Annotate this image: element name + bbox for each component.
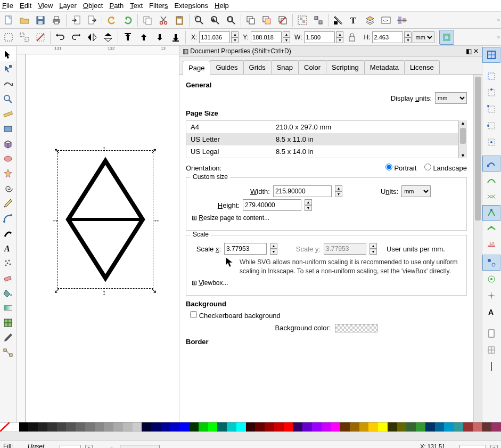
cut-icon[interactable]: [156, 13, 171, 28]
mesh-tool-icon[interactable]: [0, 315, 16, 330]
h-spinner[interactable]: ▲▼: [404, 31, 412, 43]
snap-smooth-icon[interactable]: [482, 222, 500, 238]
page-size-list[interactable]: A4210.0 x 297.0 mm US Letter8.5 x 11.0 i…: [186, 120, 458, 158]
color-swatch[interactable]: [38, 422, 47, 431]
color-swatch[interactable]: [142, 422, 151, 431]
snap-other-icon[interactable]: [482, 255, 500, 271]
color-swatch[interactable]: [406, 422, 416, 431]
xml-editor-icon[interactable]: <>: [379, 13, 393, 28]
spiral-tool-icon[interactable]: [0, 181, 16, 196]
snap-guide-icon[interactable]: [482, 359, 500, 374]
rotate-cw-icon[interactable]: [69, 30, 84, 45]
snap-grid-icon[interactable]: [482, 342, 500, 358]
unit-select[interactable]: mm: [413, 31, 434, 43]
eraser-tool-icon[interactable]: [0, 271, 16, 285]
color-swatch[interactable]: [444, 422, 454, 431]
color-swatch[interactable]: [284, 422, 293, 431]
color-swatch[interactable]: [378, 422, 388, 431]
menu-file[interactable]: File: [2, 2, 13, 10]
color-swatch[interactable]: [397, 422, 407, 431]
color-swatch[interactable]: [331, 422, 340, 431]
menu-path[interactable]: Path: [109, 2, 124, 10]
color-swatch[interactable]: [19, 422, 29, 431]
h-input[interactable]: [372, 31, 403, 43]
3dbox-tool-icon[interactable]: [0, 136, 16, 151]
tab-license[interactable]: License: [404, 60, 440, 74]
color-swatch[interactable]: [322, 422, 331, 431]
ungroup-icon[interactable]: [311, 13, 326, 28]
redo-icon[interactable]: [120, 13, 135, 28]
snap-cusp-icon[interactable]: [482, 205, 500, 221]
zoom-input[interactable]: [459, 445, 486, 449]
gradient-tool-icon[interactable]: [0, 300, 16, 315]
fill-value[interactable]: Unset: [28, 443, 44, 448]
selection-box[interactable]: ↖ ↕ ↗ ↔ ↔ ↙ ↕ ↘: [58, 150, 153, 289]
canvas[interactable]: 131 132 13 ↖ ↕ ↗ ↔ ↔ ↙ ↕ ↘: [17, 46, 179, 422]
color-swatch[interactable]: [482, 422, 491, 431]
palette-scrollbar[interactable]: [0, 431, 501, 440]
color-swatch[interactable]: [491, 422, 501, 431]
calligraphy-tool-icon[interactable]: [0, 226, 16, 240]
lock-aspect-icon[interactable]: [344, 30, 359, 45]
x-input[interactable]: [199, 31, 230, 43]
snap-bbox-edge-icon[interactable]: [482, 85, 500, 101]
snap-intersect-icon[interactable]: [482, 189, 500, 205]
menu-text[interactable]: Text: [130, 2, 143, 10]
flip-v-icon[interactable]: [101, 30, 116, 45]
color-swatch[interactable]: [274, 422, 284, 431]
snap-bbox-midpoint-icon[interactable]: [482, 118, 500, 134]
x-spinner[interactable]: ▲▼: [231, 31, 239, 43]
color-swatch[interactable]: [340, 422, 350, 431]
color-swatch[interactable]: [76, 422, 85, 431]
dropper-tool-icon[interactable]: [0, 330, 16, 345]
tab-page[interactable]: Page: [183, 61, 210, 75]
select-all-layers-icon[interactable]: [1, 30, 16, 45]
panel-scrollbar[interactable]: [473, 75, 482, 422]
y-spinner[interactable]: ▲▼: [283, 31, 290, 43]
color-swatch[interactable]: [47, 422, 57, 431]
flip-h-icon[interactable]: [85, 30, 100, 45]
y-input[interactable]: [251, 31, 282, 43]
panel-close-icon[interactable]: ✕: [473, 47, 479, 55]
custom-units-select[interactable]: mm: [401, 185, 431, 197]
color-swatch[interactable]: [113, 422, 123, 431]
bezier-tool-icon[interactable]: [0, 211, 16, 225]
tab-snap[interactable]: Snap: [271, 60, 299, 74]
zoom-page-icon[interactable]: [224, 13, 239, 28]
viewbox-expand[interactable]: ⊞ Viewbox...: [192, 279, 461, 287]
color-swatch[interactable]: [10, 422, 19, 431]
tab-scripting[interactable]: Scripting: [326, 60, 365, 74]
snap-page-icon[interactable]: [482, 325, 500, 341]
copy-icon[interactable]: [140, 13, 155, 28]
color-swatch[interactable]: [227, 422, 236, 431]
opacity-spinner[interactable]: ▲▼: [85, 445, 93, 449]
diamond-shape[interactable]: [63, 156, 148, 283]
color-swatch[interactable]: [473, 422, 482, 431]
layers-icon[interactable]: [363, 13, 377, 28]
color-swatch[interactable]: [133, 422, 142, 431]
node-tool-icon[interactable]: [0, 62, 16, 76]
portrait-radio[interactable]: Portrait: [385, 164, 417, 172]
color-swatch[interactable]: [454, 422, 463, 431]
layer-select[interactable]: • Layer 1: [120, 445, 160, 449]
selector-tool-icon[interactable]: [0, 47, 16, 61]
display-units-select[interactable]: mm: [435, 92, 467, 104]
bucket-tool-icon[interactable]: [0, 286, 16, 300]
snap-center-icon[interactable]: [482, 271, 500, 287]
color-swatch[interactable]: [57, 422, 67, 431]
connector-tool-icon[interactable]: [0, 345, 16, 360]
import-icon[interactable]: [69, 13, 84, 28]
snap-enable-icon[interactable]: [482, 47, 500, 63]
zoom-drawing-icon[interactable]: [208, 13, 223, 28]
rect-tool-icon[interactable]: [0, 121, 16, 136]
menu-object[interactable]: Object: [83, 2, 103, 10]
snap-rotation-icon[interactable]: [482, 288, 500, 304]
bg-color-swatch[interactable]: [335, 324, 377, 332]
menu-filters[interactable]: Filters: [149, 2, 168, 10]
snap-midpoint-icon[interactable]: 1/2: [482, 238, 500, 254]
height-input[interactable]: [243, 199, 301, 211]
color-swatch[interactable]: [199, 422, 208, 431]
width-spinner[interactable]: ▲▼: [335, 185, 342, 197]
menu-edit[interactable]: Edit: [20, 2, 31, 10]
color-swatch[interactable]: [265, 422, 274, 431]
